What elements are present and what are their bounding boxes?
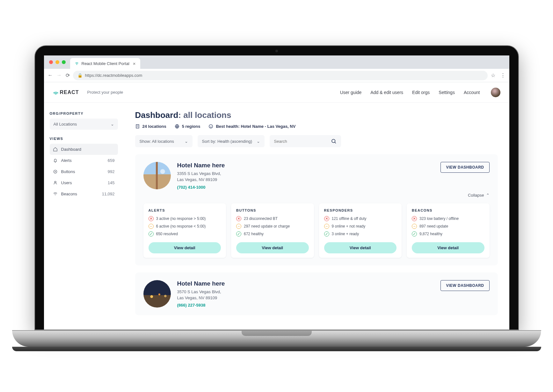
chevron-down-icon: ⌄ — [111, 122, 114, 127]
avatar[interactable] — [491, 88, 500, 97]
nav-user-guide[interactable]: User guide — [340, 90, 362, 95]
location-address: 3570 S Las Vegas Blvd,Las Vegas, NV 8910… — [177, 289, 225, 301]
back-icon[interactable]: ← — [48, 72, 53, 78]
nav-settings[interactable]: Settings — [439, 90, 455, 95]
view-dashboard-button[interactable]: VIEW DASHBOARD — [440, 280, 489, 291]
filter-show[interactable]: Show: All locations ⌄ — [135, 135, 193, 147]
svg-point-5 — [210, 126, 210, 126]
stat-row: ✓650 resolved — [149, 231, 221, 236]
stat-text: 3 active (no response > 5:00) — [156, 216, 206, 221]
stat-text: 3 online + ready — [332, 232, 359, 236]
red-status-icon: ✕ — [149, 216, 154, 221]
smile-icon — [208, 124, 213, 129]
nav-add-edit-users[interactable]: Add & edit users — [370, 90, 403, 95]
sidebar-heading-org: ORG/PROPERTY — [50, 112, 118, 115]
stat-panel: RESPONDERS✕121 offline & off duty−9 onli… — [319, 203, 402, 258]
wifi-icon — [53, 192, 58, 196]
view-detail-button[interactable]: View detail — [412, 242, 484, 253]
forward-icon[interactable]: → — [57, 72, 62, 78]
address-bar[interactable]: 🔒 https://dc.reactmobileapps.com — [73, 71, 488, 80]
sidebar-item-count: 992 — [108, 169, 115, 174]
search-field[interactable] — [274, 139, 328, 144]
minimize-icon[interactable] — [55, 60, 59, 64]
stat-panel: BUTTONS✕23 disconnected BT−297 need upda… — [231, 203, 314, 258]
filter-sort[interactable]: Sort by: Health (ascending) ⌄ — [198, 135, 265, 147]
sidebar-item-count: 659 — [108, 158, 115, 163]
search-input[interactable] — [270, 135, 341, 147]
nav-account[interactable]: Account — [464, 90, 480, 95]
top-nav: User guide Add & edit users Edit orgs Se… — [340, 90, 480, 95]
url-text: https://dc.reactmobileapps.com — [85, 73, 142, 78]
stat-row: −297 need update or charge — [236, 224, 309, 229]
close-icon[interactable] — [49, 60, 53, 64]
metric-regions: 5 regions — [175, 124, 200, 129]
panel-title: ALERTS — [149, 208, 221, 212]
brand-logo[interactable]: REACT — [53, 90, 79, 95]
chevron-down-icon: ⌄ — [185, 139, 188, 144]
sidebar-item-users[interactable]: Users 145 — [50, 177, 118, 188]
star-icon[interactable]: ☆ — [491, 72, 495, 78]
green-status-icon: ✓ — [324, 231, 329, 236]
stat-text: 323 low battery / offline — [419, 216, 459, 221]
search-icon[interactable] — [331, 138, 337, 144]
collapse-toggle[interactable]: Collapse ⌃ — [468, 193, 490, 198]
wifi-icon — [53, 90, 59, 95]
tab-close-icon[interactable]: × — [133, 61, 136, 66]
green-status-icon: ✓ — [149, 231, 154, 236]
user-icon — [53, 180, 58, 185]
view-detail-button[interactable]: View detail — [324, 242, 397, 253]
stat-text: 121 offline & off duty — [332, 216, 367, 221]
maximize-icon[interactable] — [62, 60, 66, 64]
stat-panel: BEACONS✕323 low battery / offline−897 ne… — [407, 203, 490, 258]
location-name: Hotel Name here — [177, 162, 225, 169]
svg-point-7 — [332, 139, 335, 143]
panel-title: BUTTONS — [236, 208, 309, 212]
browser-tabstrip: React Mobile Client Portal × — [44, 55, 509, 69]
metric-best-health: Best health: Hotel Name - Las Vegas, NV — [208, 124, 295, 129]
svg-point-4 — [209, 125, 213, 128]
view-detail-button[interactable]: View detail — [236, 242, 309, 253]
red-status-icon: ✕ — [324, 216, 329, 221]
sidebar-item-buttons[interactable]: Buttons 992 — [50, 166, 118, 177]
location-thumbnail — [143, 162, 171, 189]
location-card: Hotel Name here 3570 S Las Vegas Blvd,La… — [135, 272, 498, 316]
location-phone[interactable]: (866) 227-5938 — [177, 303, 225, 308]
svg-point-6 — [211, 126, 212, 126]
window-controls[interactable] — [49, 60, 66, 64]
kebab-icon[interactable]: ⋮ — [500, 72, 506, 78]
sidebar: ORG/PROPERTY All Locations ⌄ VIEWS Dashb… — [44, 103, 124, 330]
view-detail-button[interactable]: View detail — [149, 242, 221, 253]
chevron-down-icon: ⌄ — [257, 139, 260, 144]
building-icon — [135, 124, 140, 129]
stat-row: −897 need update — [412, 224, 484, 229]
location-name: Hotel Name here — [177, 280, 225, 287]
sidebar-item-label: Users — [61, 180, 72, 185]
view-dashboard-button[interactable]: VIEW DASHBOARD — [440, 162, 489, 173]
stat-text: 672 healthy — [244, 232, 264, 236]
wifi-icon — [75, 61, 79, 66]
sidebar-item-label: Buttons — [61, 169, 75, 174]
stat-text: 297 need update or charge — [244, 224, 290, 229]
summary-metrics: 24 locations 5 regions Best health: Hote… — [135, 124, 498, 129]
tab-title: React Mobile Client Portal — [82, 61, 129, 66]
location-address: 3355 S Las Vegas Blvd,Las Vegas, NV 8910… — [177, 171, 225, 183]
nav-edit-orgs[interactable]: Edit orgs — [412, 90, 430, 95]
stat-row: ✕23 disconnected BT — [236, 216, 309, 221]
sidebar-item-dashboard[interactable]: Dashboard — [50, 144, 118, 155]
sidebar-item-label: Beacons — [61, 192, 77, 196]
stat-row: −6 active (no response < 5:00) — [149, 224, 221, 229]
sidebar-item-beacons[interactable]: Beacons 11,092 — [50, 188, 118, 200]
laptop-mockup: React Mobile Client Portal × ← → ⟳ 🔒 htt… — [0, 0, 553, 392]
webcam-dot — [275, 50, 278, 52]
browser-tab[interactable]: React Mobile Client Portal × — [70, 58, 140, 69]
reload-icon[interactable]: ⟳ — [66, 72, 70, 78]
sidebar-item-alerts[interactable]: Alerts 659 — [50, 155, 118, 166]
stat-row: ✕3 active (no response > 5:00) — [149, 216, 221, 221]
location-phone[interactable]: (702) 414-1000 — [177, 185, 225, 190]
sidebar-item-count: 11,092 — [102, 192, 115, 196]
button-icon — [53, 169, 58, 174]
stat-row: ✓3 online + ready — [324, 231, 397, 236]
home-icon — [53, 147, 58, 152]
amber-status-icon: − — [236, 224, 241, 229]
property-selector[interactable]: All Locations ⌄ — [50, 119, 118, 130]
